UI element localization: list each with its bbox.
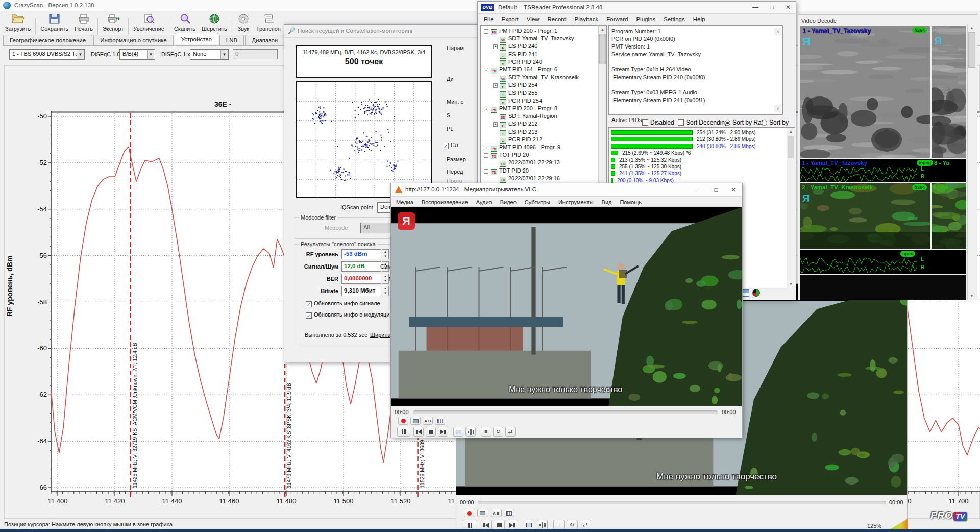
tree-item[interactable]: ●PCR PID 240 xyxy=(493,59,542,66)
previous-button[interactable] xyxy=(413,427,424,437)
video-thumb-2[interactable]: 2 - Yamal_TV_Krasnoselk h264 Я xyxy=(800,183,930,249)
tsreader-menu-export[interactable]: Export xyxy=(498,15,523,24)
snr-field[interactable]: 12,0 dB xyxy=(341,261,381,272)
tsreader-menu-plugins[interactable]: Plugins xyxy=(632,15,659,24)
maximize-button[interactable]: □ xyxy=(708,184,724,196)
vlc-menu-инструменты[interactable]: Инструменты xyxy=(554,198,598,207)
tree-item[interactable]: +PMPMT PID 4096 - Progr. 9 xyxy=(484,144,560,152)
rf-level-spinner[interactable]: ▲▼ xyxy=(382,249,389,259)
tree-item[interactable]: SDSDT: Yamal_TV_Krasnoselk xyxy=(493,74,579,82)
scroll-up-icon[interactable]: ∧ xyxy=(774,28,781,35)
scroll-down-icon[interactable]: ▼ xyxy=(968,292,976,300)
tree-item[interactable]: TD2022/07/01 22:29:16 xyxy=(493,175,560,183)
dialog-titlebar[interactable]: 🔎 Поиск несущей и Constellation-монитори… xyxy=(284,25,479,38)
stop-button[interactable] xyxy=(426,427,436,437)
extended-settings-button[interactable] xyxy=(465,427,476,437)
tree-item[interactable]: -PMPMT PID 200 - Progr. 1 xyxy=(484,28,557,35)
record-button[interactable] xyxy=(398,417,408,425)
vlc-menu-субтитры[interactable]: Субтитры xyxy=(521,198,554,207)
scroll-down-icon[interactable]: ∨ xyxy=(774,105,781,112)
maximize-button[interactable]: □ xyxy=(764,2,779,13)
pid-row[interactable]: 255 (1.35% ~ 125.30 Kbps) xyxy=(619,164,681,170)
vlc-menu-помощь[interactable]: Помощь xyxy=(616,198,646,207)
tree-expander[interactable]: + xyxy=(493,44,498,49)
vlc-video-area[interactable]: Я Мне нужно только творчество xyxy=(391,207,742,406)
tsreader-menu-help[interactable]: Help xyxy=(689,15,709,24)
pid-row[interactable]: 215 (2.69% ~ 249.48 Kbps) *6 xyxy=(622,150,691,156)
loop-button[interactable]: ↻ xyxy=(493,427,503,437)
close-button[interactable]: ✕ xyxy=(726,184,741,196)
pid-row[interactable]: 212 (30.80% - 2.86 Mbps) xyxy=(697,136,756,142)
tree-item[interactable]: -TDTDT PID 20 xyxy=(484,167,529,175)
vlc-menu-видео[interactable]: Видео xyxy=(496,198,521,207)
tree-expander[interactable]: + xyxy=(484,146,488,150)
tree-expander[interactable]: - xyxy=(484,107,488,111)
tsreader-menu-record[interactable]: Record xyxy=(544,15,571,24)
vlc-seekbar[interactable] xyxy=(413,410,718,414)
scrollbar-thumb[interactable] xyxy=(968,32,975,68)
pids-sort-descending-checkbox[interactable]: Sort Decending xyxy=(678,119,728,126)
ber-field[interactable]: 0,0000000 xyxy=(341,274,381,284)
random-button[interactable]: ⇄ xyxy=(505,427,516,437)
minimize-button[interactable]: — xyxy=(748,2,763,13)
update-modulation-checkbox[interactable]: ✓Обновлять инфо о модуляции xyxy=(306,311,393,319)
frame-by-frame-button[interactable] xyxy=(504,509,515,517)
record-button[interactable] xyxy=(464,509,475,517)
taskbar-sliver[interactable] xyxy=(0,529,980,532)
tree-item[interactable]: -PMPMT PID 200 - Progr. 8 xyxy=(484,105,557,113)
ab-loop-button[interactable]: A B xyxy=(423,417,433,425)
pause-button[interactable] xyxy=(397,427,410,437)
pid-row[interactable]: 254 (31.24% - 2.90 Mbps) xyxy=(697,130,756,135)
tree-item[interactable]: ●PCR PID 212 xyxy=(493,136,542,144)
tree-item[interactable]: SDSDT: Yamal-Region xyxy=(493,113,557,120)
tree-expander[interactable]: - xyxy=(484,153,488,158)
bitrate-field[interactable]: 9,310 Мбит xyxy=(341,286,381,296)
tsreader-titlebar[interactable]: DVB Default -- TSReader Professional 2.8… xyxy=(478,2,796,14)
scroll-up-icon[interactable]: ▲ xyxy=(599,26,606,33)
constellation-plot[interactable] xyxy=(296,81,432,198)
tree-item[interactable]: ◖ES PID 241 xyxy=(493,51,537,59)
bitrate-spinner[interactable]: ▲▼ xyxy=(382,286,389,296)
vlc-back-seekbar[interactable] xyxy=(478,501,886,504)
scroll-up-icon[interactable]: ▲ xyxy=(787,128,795,135)
toggle-video-button[interactable] xyxy=(453,427,463,437)
snapshot-button[interactable] xyxy=(410,417,421,425)
tree-item[interactable]: +▸ES PID 240 xyxy=(493,43,537,51)
signal-status-icon[interactable] xyxy=(752,289,760,297)
pids-scrollbar[interactable]: ▲ ▼ xyxy=(787,128,795,288)
tsreader-menu-forward[interactable]: Forward xyxy=(602,15,632,24)
next-button[interactable] xyxy=(438,427,448,437)
rf-level-field[interactable]: -53 dBm xyxy=(341,249,381,259)
playlist-button[interactable]: ≡ xyxy=(481,427,491,437)
scroll-up-icon[interactable]: ▲ xyxy=(968,24,976,32)
scroll-down-icon[interactable]: ▼ xyxy=(787,280,795,288)
tsreader-menu-playback[interactable]: Playback xyxy=(571,15,603,24)
video-thumb-1b[interactable]: Я xyxy=(932,26,966,158)
pids-sort-by-rate-radio[interactable]: Sort by Rate xyxy=(725,119,767,126)
tsreader-menu-settings[interactable]: Settings xyxy=(659,15,689,24)
tree-item[interactable]: -PMPMT PID 164 - Progr. 6 xyxy=(484,66,557,74)
pids-disabled-checkbox[interactable]: Disabled xyxy=(642,119,674,126)
close-button[interactable]: ✕ xyxy=(780,2,796,13)
tree-expander[interactable]: + xyxy=(493,122,498,127)
tree-item[interactable]: TO2022/07/01 22:29:13 xyxy=(493,159,560,167)
ab-loop-button[interactable]: A B xyxy=(491,509,502,517)
tree-item[interactable]: +▸ES PID 254 xyxy=(493,82,537,89)
scrollbar-thumb[interactable] xyxy=(788,136,794,158)
update-signal-checkbox[interactable]: ✓Обновлять инфо сигнале xyxy=(306,300,380,307)
tree-item[interactable]: ●PCR PID 254 xyxy=(493,98,542,105)
tree-item[interactable]: SDSDT: Yamal_TV_Tazovsky xyxy=(493,35,574,43)
tree-expander[interactable]: + xyxy=(493,83,498,88)
tsreader-menu-file[interactable]: File xyxy=(480,15,498,24)
video-thumb-1[interactable]: 1 - Yamal_TV_Tazovsky h264 Я xyxy=(800,26,930,158)
vlc-menu-медиа[interactable]: Медиа xyxy=(392,198,418,207)
pid-row[interactable]: 240 (30.80% - 2.86 Mbps) xyxy=(697,143,756,149)
tree-expander[interactable]: - xyxy=(484,68,488,72)
snapshot-button[interactable] xyxy=(477,509,488,517)
scrollbar-thumb[interactable] xyxy=(599,34,606,64)
pid-row[interactable]: 213 (1.35% ~ 125.32 Kbps) xyxy=(619,157,681,163)
vlc-menu-воспроизведение[interactable]: Воспроизведение xyxy=(418,198,472,207)
vlc-menu-вид[interactable]: Вид xyxy=(598,198,616,207)
minimize-button[interactable]: — xyxy=(691,184,706,196)
pid-row[interactable]: 241 (1.35% ~ 125.27 Kbps) xyxy=(619,171,681,176)
